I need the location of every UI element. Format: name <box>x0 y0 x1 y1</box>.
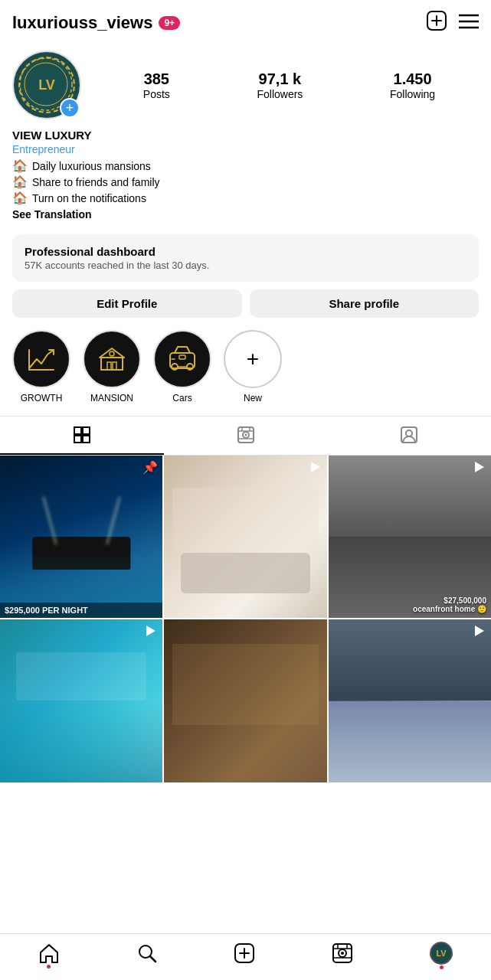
followers-count: 97,1 k <box>259 70 302 88</box>
bio-line-2: 🏠 Share to friends and family <box>12 175 479 189</box>
tab-tagged[interactable] <box>327 416 491 455</box>
nav-home[interactable] <box>38 942 60 964</box>
svg-rect-25 <box>83 427 90 434</box>
professional-dashboard[interactable]: Professional dashboard 57K accounts reac… <box>12 234 479 282</box>
posts-grid: 📌 $295,000 PER NIGHT $27,500,000oceanfro… <box>0 456 491 782</box>
post-caption-3: $27,500,000oceanfront home 🙂 <box>413 596 486 613</box>
stats-section: 385 Posts 97,1 k Followers 1.450 Followi… <box>100 70 479 100</box>
stat-posts[interactable]: 385 Posts <box>143 70 170 100</box>
nav-add[interactable] <box>234 942 255 964</box>
bio-text-2: Share to friends and family <box>32 176 160 188</box>
stat-followers[interactable]: 97,1 k Followers <box>257 70 303 100</box>
profile-section: LV + 385 Posts 97,1 k Followers 1.450 Fo… <box>0 43 491 126</box>
nav-search[interactable] <box>136 942 158 964</box>
bio-line-3: 🏠 Turn on the notifications <box>12 191 479 205</box>
add-post-icon[interactable] <box>427 11 447 35</box>
grid-item-3[interactable]: $27,500,000oceanfront home 🙂 <box>329 456 491 618</box>
highlight-cars[interactable]: Cars <box>153 330 211 403</box>
avatar-add-button[interactable]: + <box>60 98 80 118</box>
svg-marker-39 <box>146 626 155 636</box>
svg-rect-24 <box>74 427 81 434</box>
username-text: luxuriouss_views <box>12 13 152 33</box>
grid-item-5[interactable] <box>164 619 326 782</box>
bottom-nav: LV <box>0 933 491 980</box>
svg-marker-40 <box>475 626 484 636</box>
bio-emoji-3: 🏠 <box>12 191 28 205</box>
svg-marker-38 <box>475 462 484 472</box>
svg-rect-14 <box>107 362 111 370</box>
highlight-label-new: New <box>244 393 262 403</box>
svg-rect-26 <box>74 436 81 443</box>
home-dot <box>47 965 51 969</box>
video-icon-3 <box>473 460 486 477</box>
bio-section: VIEW LUXURY Entrepreneur 🏠 Daily luxurio… <box>0 126 491 227</box>
dashboard-title: Professional dashboard <box>25 245 466 258</box>
nav-profile[interactable]: LV <box>430 942 453 965</box>
profile-name: VIEW LUXURY <box>12 129 479 142</box>
highlight-growth[interactable]: GROWTH <box>12 330 70 403</box>
stat-following[interactable]: 1.450 Following <box>390 70 435 100</box>
pin-icon: 📌 <box>142 460 158 475</box>
highlight-label-cars: Cars <box>172 393 191 403</box>
svg-rect-12 <box>101 358 123 370</box>
highlights-row: GROWTH MANSION <box>0 330 491 403</box>
grid-item-6[interactable] <box>329 619 491 782</box>
header: luxuriouss_views 9+ <box>0 0 491 43</box>
share-profile-button[interactable]: Share profile <box>250 289 480 318</box>
following-count: 1.450 <box>394 70 432 88</box>
menu-icon[interactable] <box>459 12 479 34</box>
posts-label: Posts <box>143 88 170 100</box>
edit-profile-button[interactable]: Edit Profile <box>12 289 242 318</box>
bio-line-1: 🏠 Daily luxurious mansions <box>12 158 479 173</box>
post-caption-1: $295,000 PER NIGHT <box>0 603 162 618</box>
action-buttons: Edit Profile Share profile <box>0 289 491 318</box>
posts-count: 385 <box>144 70 169 88</box>
bio-emoji-1: 🏠 <box>12 158 28 173</box>
posts-tab-bar <box>0 416 491 456</box>
svg-line-42 <box>150 956 155 962</box>
svg-rect-27 <box>83 436 90 443</box>
see-translation-button[interactable]: See Translation <box>12 208 479 220</box>
highlight-label-mansion: MANSION <box>90 393 133 403</box>
svg-point-30 <box>244 434 247 436</box>
highlight-circle-cars <box>153 330 211 388</box>
svg-point-16 <box>110 351 114 356</box>
video-icon-4 <box>144 624 158 641</box>
followers-label: Followers <box>257 88 303 100</box>
nav-reels[interactable] <box>332 942 353 964</box>
highlight-plus-icon: + <box>247 347 259 371</box>
header-username: luxuriouss_views 9+ <box>12 13 180 33</box>
grid-item-4[interactable] <box>0 619 162 782</box>
svg-point-48 <box>341 952 344 955</box>
header-icons <box>427 11 479 35</box>
highlight-label-growth: GROWTH <box>21 393 63 403</box>
video-icon-6 <box>473 624 486 641</box>
highlight-mansion[interactable]: MANSION <box>83 330 141 403</box>
highlight-new[interactable]: + New <box>224 330 282 403</box>
highlight-circle-growth <box>12 330 70 388</box>
bio-text-1: Daily luxurious mansions <box>32 160 151 172</box>
svg-rect-22 <box>179 355 185 359</box>
svg-rect-15 <box>113 362 116 370</box>
highlight-circle-new: + <box>224 330 282 388</box>
profile-category[interactable]: Entrepreneur <box>12 143 479 155</box>
notification-badge: 9+ <box>159 16 180 30</box>
bio-text-3: Turn on the notifications <box>32 192 146 204</box>
video-icon-2 <box>309 460 322 477</box>
bio-emoji-2: 🏠 <box>12 175 28 189</box>
avatar-text: LV <box>38 77 55 93</box>
nav-profile-avatar: LV <box>430 942 453 965</box>
following-label: Following <box>390 88 435 100</box>
svg-marker-18 <box>175 347 190 353</box>
tab-grid[interactable] <box>0 416 164 455</box>
svg-point-36 <box>406 430 412 436</box>
highlight-circle-mansion <box>83 330 141 388</box>
grid-item-2[interactable] <box>164 456 326 618</box>
dashboard-subtitle: 57K accounts reached in the last 30 days… <box>25 260 466 271</box>
svg-marker-37 <box>311 462 320 472</box>
grid-item-1[interactable]: 📌 $295,000 PER NIGHT <box>0 456 162 618</box>
tab-reels[interactable] <box>164 416 328 455</box>
profile-dot <box>440 965 444 969</box>
avatar-wrapper: LV + <box>12 51 81 119</box>
